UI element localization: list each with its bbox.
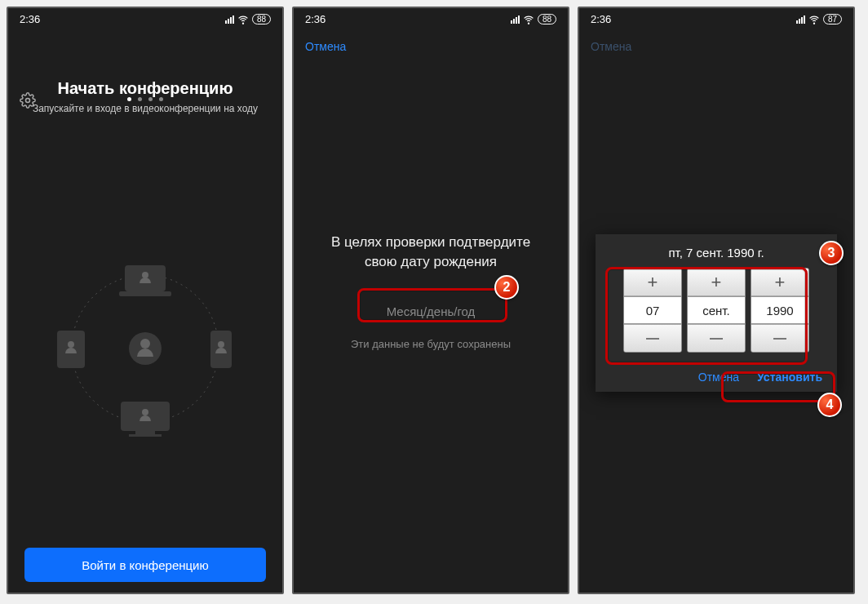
svg-point-0 (26, 99, 30, 103)
status-icons: 88 (511, 14, 556, 25)
status-bar: 2:36 88 (8, 8, 282, 30)
callout-box-4 (721, 371, 835, 402)
svg-rect-12 (135, 431, 155, 434)
svg-point-6 (142, 272, 148, 278)
callout-box-2 (357, 288, 507, 322)
battery-indicator: 88 (252, 14, 271, 24)
status-bar: 2:36 88 (294, 8, 568, 30)
svg-rect-5 (119, 291, 171, 296)
battery-indicator: 87 (823, 14, 842, 24)
join-conference-button[interactable]: Войти в конференцию (24, 548, 266, 582)
signal-icon (511, 16, 520, 24)
callout-bubble-4: 4 (817, 393, 842, 417)
verify-text: В целях проверки подтвердите свою дату р… (294, 233, 568, 272)
status-time: 2:36 (305, 13, 326, 25)
phone-screen-welcome: 2:36 88 Начать конференцию Запускайте и … (7, 7, 284, 594)
wifi-icon (808, 14, 820, 25)
conference-diagram-icon (39, 242, 251, 455)
status-icons: 88 (225, 14, 271, 25)
svg-rect-13 (129, 434, 162, 437)
phone-screen-birthdate: 2:36 88 Отмена В целях проверки подтверд… (292, 7, 569, 594)
wifi-icon (237, 14, 249, 25)
date-picker-title: пт, 7 сент. 1990 г. (604, 246, 829, 260)
svg-point-14 (142, 409, 148, 415)
svg-point-8 (68, 341, 74, 348)
status-time: 2:36 (591, 13, 611, 25)
carousel-dots (127, 97, 163, 101)
gear-icon[interactable] (20, 92, 36, 112)
svg-point-3 (140, 339, 150, 349)
signal-icon (796, 16, 805, 24)
callout-bubble-3: 3 (819, 241, 844, 265)
privacy-note: Эти данные не будут сохранены (294, 338, 568, 350)
svg-point-10 (218, 341, 224, 348)
phone-screen-datepicker: 2:36 87 Отмена пт, 7 сент. 1990 г. + 07 (578, 7, 855, 594)
wifi-icon (523, 14, 534, 25)
signal-icon (225, 16, 234, 24)
status-bar: 2:36 87 (579, 8, 853, 30)
page-title: Начать конференцию (8, 79, 282, 98)
battery-indicator: 88 (538, 14, 556, 24)
status-time: 2:36 (20, 13, 40, 25)
page-subtitle: Запускайте и входе в видеоконференции на… (8, 103, 282, 114)
callout-box-3 (605, 267, 808, 365)
cancel-button[interactable]: Отмена (591, 40, 631, 53)
cancel-button[interactable]: Отмена (305, 40, 346, 53)
callout-bubble-2: 2 (494, 275, 519, 300)
status-icons: 87 (796, 14, 842, 25)
